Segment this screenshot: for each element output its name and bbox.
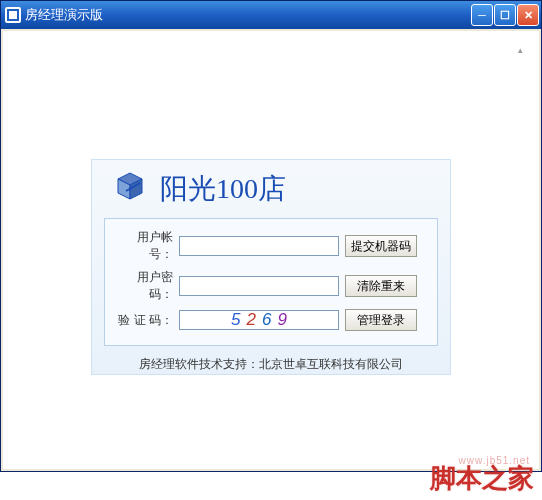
username-input[interactable] xyxy=(179,236,339,256)
submit-machine-button[interactable]: 提交机器码 xyxy=(345,235,417,257)
scroll-up-icon: ▴ xyxy=(513,43,527,57)
panel-header: 阳光100店 xyxy=(112,170,438,208)
clear-reset-button[interactable]: 清除重来 xyxy=(345,275,417,297)
captcha-digit-3: 6 xyxy=(262,310,271,330)
watermark-text: 脚本之家 xyxy=(430,461,534,496)
login-form: 用户帐号： 提交机器码 用户密码： 清除重来 验 证 码： 5 2 xyxy=(104,218,438,346)
svg-rect-1 xyxy=(9,11,17,19)
minimize-button[interactable]: ─ xyxy=(471,4,493,26)
password-input[interactable] xyxy=(179,276,339,296)
password-row: 用户密码： 清除重来 xyxy=(117,269,429,303)
close-button[interactable]: ✕ xyxy=(517,4,539,26)
maximize-button[interactable]: ☐ xyxy=(494,4,516,26)
captcha-label: 验 证 码： xyxy=(117,312,173,329)
content-frame: ▴ 阳光100店 用户帐号： xyxy=(15,43,527,469)
logo-icon xyxy=(112,171,148,207)
password-label: 用户密码： xyxy=(117,269,173,303)
support-text: 房经理软件技术支持：北京世卓互联科技有限公司 xyxy=(104,356,438,373)
username-row: 用户帐号： 提交机器码 xyxy=(117,229,429,263)
captcha-digit-2: 2 xyxy=(247,310,256,330)
login-panel: 阳光100店 用户帐号： 提交机器码 用户密码： 清除重来 验 证 码： xyxy=(91,159,451,375)
window-title: 房经理演示版 xyxy=(25,6,471,24)
main-window: 房经理演示版 ─ ☐ ✕ ▴ 阳光100店 xyxy=(0,0,542,472)
client-area: ▴ 阳光100店 用户帐号： xyxy=(1,29,541,471)
window-controls: ─ ☐ ✕ xyxy=(471,4,539,26)
admin-login-button[interactable]: 管理登录 xyxy=(345,309,417,331)
captcha-digit-1: 5 xyxy=(231,310,240,330)
titlebar[interactable]: 房经理演示版 ─ ☐ ✕ xyxy=(1,1,541,29)
shop-title: 阳光100店 xyxy=(160,170,286,208)
username-label: 用户帐号： xyxy=(117,229,173,263)
captcha-row: 验 证 码： 5 2 6 9 管理登录 xyxy=(117,309,429,331)
captcha-digit-4: 9 xyxy=(277,310,286,330)
captcha-image[interactable]: 5 2 6 9 xyxy=(179,310,339,330)
app-icon xyxy=(5,7,21,23)
